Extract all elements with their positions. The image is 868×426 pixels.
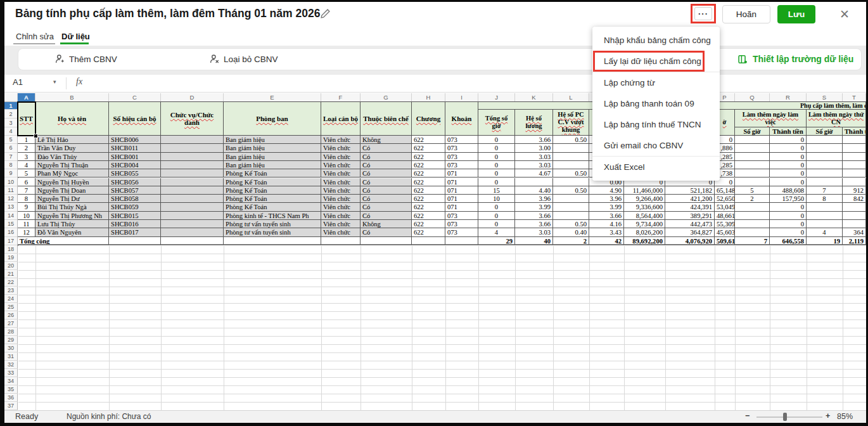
cell[interactable]: 622 bbox=[412, 161, 445, 169]
cell[interactable]: Phòng kinh tế - THCS Nam Ph bbox=[224, 212, 321, 220]
cell[interactable]: Có bbox=[361, 203, 412, 211]
cell[interactable]: 622 bbox=[412, 178, 445, 186]
cell[interactable]: Đỗ Văn Nguyên bbox=[35, 228, 109, 236]
row-header-33[interactable]: 33 bbox=[4, 369, 18, 377]
total-cell[interactable]: 2,119 bbox=[843, 237, 866, 245]
cell[interactable]: Không bbox=[361, 136, 412, 144]
cell[interactable]: 073 bbox=[445, 153, 478, 161]
row-header-32[interactable]: 32 bbox=[4, 361, 18, 369]
row-header-24[interactable]: 24 bbox=[4, 295, 18, 303]
cell[interactable] bbox=[807, 212, 843, 220]
cell[interactable]: 0 bbox=[770, 228, 807, 236]
cell[interactable]: Có bbox=[361, 212, 412, 220]
cell[interactable]: 0.50 bbox=[553, 186, 589, 195]
cell[interactable]: 0 bbox=[478, 203, 515, 211]
cell[interactable]: 7 bbox=[18, 186, 35, 195]
cell[interactable]: 0 bbox=[478, 136, 515, 144]
cell[interactable]: 3.66 bbox=[515, 220, 553, 228]
cell[interactable]: 622 bbox=[412, 169, 445, 178]
zoom-slider-track[interactable] bbox=[756, 416, 822, 418]
cell[interactable]: 45,603 bbox=[715, 228, 735, 236]
cell[interactable] bbox=[161, 220, 224, 228]
column-header-I[interactable]: I bbox=[445, 93, 478, 102]
cell[interactable]: SHCB056 bbox=[109, 178, 161, 186]
cell[interactable]: 071 bbox=[445, 186, 478, 195]
row-header-8[interactable]: 8 bbox=[4, 161, 18, 169]
cell[interactable]: Không bbox=[361, 220, 412, 228]
cell[interactable] bbox=[807, 178, 843, 186]
cell[interactable] bbox=[843, 178, 866, 186]
cell[interactable] bbox=[843, 144, 866, 152]
cell[interactable]: 0 bbox=[770, 153, 807, 161]
menu-item-4[interactable]: Lập bảng thanh toán 09 bbox=[592, 93, 720, 114]
cell[interactable]: SHCB058 bbox=[109, 195, 161, 203]
cell[interactable]: 0 bbox=[770, 203, 807, 211]
zoom-slider-handle[interactable] bbox=[783, 413, 787, 421]
cell[interactable]: 2 bbox=[735, 195, 770, 203]
row-header-35[interactable]: 35 bbox=[4, 385, 18, 394]
row-header-26[interactable]: 26 bbox=[4, 311, 18, 320]
cell[interactable]: 0 bbox=[770, 169, 807, 178]
column-header-S[interactable]: S bbox=[807, 93, 843, 102]
cell[interactable]: 9,336,600 bbox=[624, 203, 665, 211]
cell[interactable]: 53,049 bbox=[715, 203, 735, 211]
total-cell[interactable]: 29 bbox=[478, 237, 515, 245]
cell[interactable]: Viên chức bbox=[321, 144, 361, 152]
cell[interactable]: 8 bbox=[807, 195, 843, 203]
cell[interactable]: SHCB017 bbox=[109, 228, 161, 236]
cell[interactable]: 10 bbox=[478, 195, 515, 203]
header-cell[interactable]: Chức vụ/Chức danh bbox=[161, 102, 224, 136]
cell[interactable]: Có bbox=[361, 144, 412, 152]
column-header-H[interactable]: H bbox=[412, 93, 445, 102]
column-header-F[interactable]: F bbox=[321, 93, 361, 102]
total-cell[interactable] bbox=[109, 237, 161, 245]
cell[interactable] bbox=[553, 144, 589, 152]
total-cell[interactable]: 2 bbox=[553, 237, 589, 245]
total-cell[interactable]: 42 bbox=[589, 237, 624, 245]
cell[interactable]: 3.99 bbox=[515, 203, 553, 211]
total-cell[interactable] bbox=[161, 237, 224, 245]
cell[interactable] bbox=[843, 136, 866, 144]
cell[interactable]: Ban giám hiệu bbox=[224, 153, 321, 161]
cell[interactable] bbox=[807, 220, 843, 228]
cell[interactable]: Viên chức bbox=[321, 153, 361, 161]
cell[interactable]: SHCB001 bbox=[109, 153, 161, 161]
column-header-Q[interactable]: Q bbox=[735, 93, 770, 102]
cell[interactable]: Phòng Kế Toán bbox=[224, 169, 321, 178]
cell[interactable] bbox=[807, 203, 843, 211]
cell[interactable]: Phòng Kế Toán bbox=[224, 178, 321, 186]
total-cell[interactable]: 4,076,920 bbox=[665, 237, 715, 245]
cell[interactable]: Trần Văn Duy bbox=[35, 144, 109, 152]
cell[interactable] bbox=[843, 153, 866, 161]
cell[interactable] bbox=[735, 203, 770, 211]
total-cell[interactable]: 19 bbox=[807, 237, 843, 245]
cell[interactable]: 3.66 bbox=[515, 136, 553, 144]
cell[interactable]: 622 bbox=[412, 212, 445, 220]
cell[interactable]: 8 bbox=[18, 195, 35, 203]
header-cell[interactable]: Họ và tên bbox=[35, 102, 109, 136]
cell[interactable]: Nguyễn Thị Dư bbox=[35, 195, 109, 203]
cell[interactable]: 073 bbox=[445, 212, 478, 220]
cell[interactable] bbox=[161, 228, 224, 236]
cell[interactable]: 622 bbox=[412, 153, 445, 161]
cell[interactable] bbox=[807, 161, 843, 169]
cell[interactable]: Có bbox=[361, 161, 412, 169]
cell[interactable]: 364,827 bbox=[665, 228, 715, 236]
row-header-2[interactable]: 2 bbox=[4, 110, 18, 119]
cell[interactable]: 442,473 bbox=[665, 220, 715, 228]
column-header-G[interactable]: G bbox=[361, 93, 412, 102]
row-header-12[interactable]: 12 bbox=[4, 195, 18, 203]
cell[interactable] bbox=[735, 220, 770, 228]
cell[interactable]: Có bbox=[361, 153, 412, 161]
cell[interactable]: 15 bbox=[478, 186, 515, 195]
column-header-D[interactable]: D bbox=[161, 93, 224, 102]
total-cell[interactable] bbox=[361, 237, 412, 245]
cell[interactable]: 55,309 bbox=[715, 220, 735, 228]
cell[interactable]: 071 bbox=[445, 195, 478, 203]
cell[interactable]: 0.40 bbox=[553, 228, 589, 236]
column-header-K[interactable]: K bbox=[515, 93, 553, 102]
cell[interactable] bbox=[161, 144, 224, 152]
cell[interactable]: 488,608 bbox=[770, 186, 807, 195]
cell[interactable] bbox=[553, 195, 589, 203]
cell[interactable]: Viên chức bbox=[321, 186, 361, 195]
